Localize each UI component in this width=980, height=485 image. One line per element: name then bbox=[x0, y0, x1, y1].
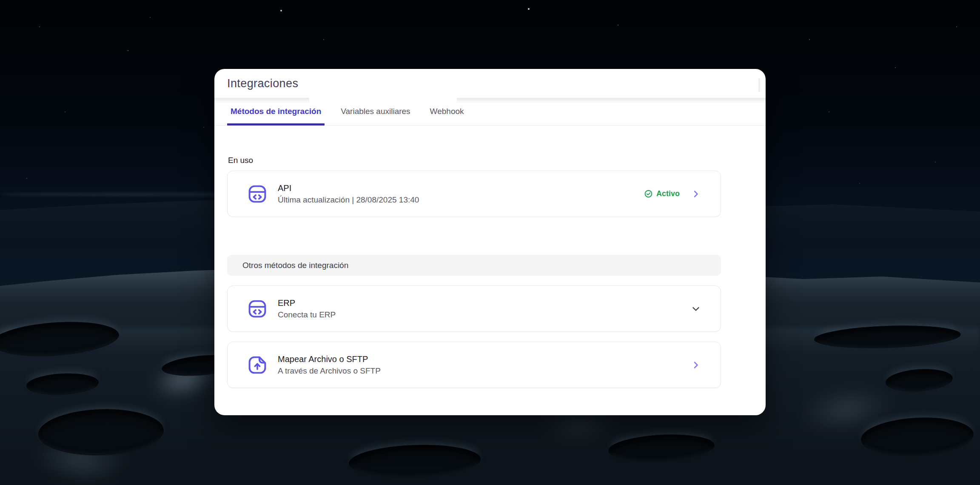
section-label-en-uso: En uso bbox=[228, 156, 721, 165]
card-subtitle: A través de Archivos o SFTP bbox=[278, 366, 691, 376]
page-title: Integraciones bbox=[227, 77, 298, 90]
chevron-right-icon[interactable] bbox=[691, 360, 701, 370]
section-label-otros-metodos: Otros métodos de integración bbox=[242, 261, 348, 270]
card-right: Activo bbox=[644, 189, 701, 199]
tab-variables-auxiliares[interactable]: Variables auxiliares bbox=[337, 98, 413, 125]
card-subtitle: Conecta tu ERP bbox=[278, 310, 691, 320]
card-title: ERP bbox=[278, 298, 691, 308]
spacer bbox=[227, 276, 721, 285]
integration-card-erp[interactable]: ERP Conecta tu ERP bbox=[227, 285, 721, 332]
card-right bbox=[691, 360, 701, 370]
stars bbox=[0, 0, 1, 1]
integration-card-api[interactable]: API Última actualización | 28/08/2025 13… bbox=[227, 171, 721, 217]
card-right bbox=[691, 304, 701, 314]
card-texts: ERP Conecta tu ERP bbox=[278, 298, 691, 320]
file-upload-icon bbox=[246, 354, 268, 376]
tab-bar: Métodos de integración Variables auxilia… bbox=[214, 98, 766, 126]
card-subtitle: Última actualización | 28/08/2025 13:40 bbox=[278, 195, 644, 205]
card-title: Mapear Archivo o SFTP bbox=[278, 354, 691, 364]
modal-header: Integraciones bbox=[214, 69, 766, 98]
integrations-modal: Integraciones Métodos de integración Var… bbox=[214, 69, 766, 415]
integration-card-sftp[interactable]: Mapear Archivo o SFTP A través de Archiv… bbox=[227, 342, 721, 388]
card-texts: API Última actualización | 28/08/2025 13… bbox=[278, 183, 644, 205]
card-texts: Mapear Archivo o SFTP A través de Archiv… bbox=[278, 354, 691, 376]
modal-content: En uso API Última actualización | 28/08/… bbox=[214, 126, 766, 388]
check-circle-icon bbox=[644, 189, 653, 198]
app-window-code-icon bbox=[246, 298, 268, 320]
scrollbar-thumb[interactable] bbox=[758, 78, 760, 92]
chevron-down-icon[interactable] bbox=[691, 304, 701, 314]
section-bar-otros-metodos: Otros métodos de integración bbox=[227, 255, 721, 276]
card-title: API bbox=[278, 183, 644, 193]
app-window-code-icon bbox=[246, 183, 268, 205]
status-label: Activo bbox=[656, 189, 680, 198]
tab-webhook[interactable]: Webhook bbox=[427, 98, 467, 125]
status-badge: Activo bbox=[644, 189, 680, 198]
tab-metodos-de-integracion[interactable]: Métodos de integración bbox=[227, 98, 325, 125]
chevron-right-icon[interactable] bbox=[691, 189, 701, 199]
